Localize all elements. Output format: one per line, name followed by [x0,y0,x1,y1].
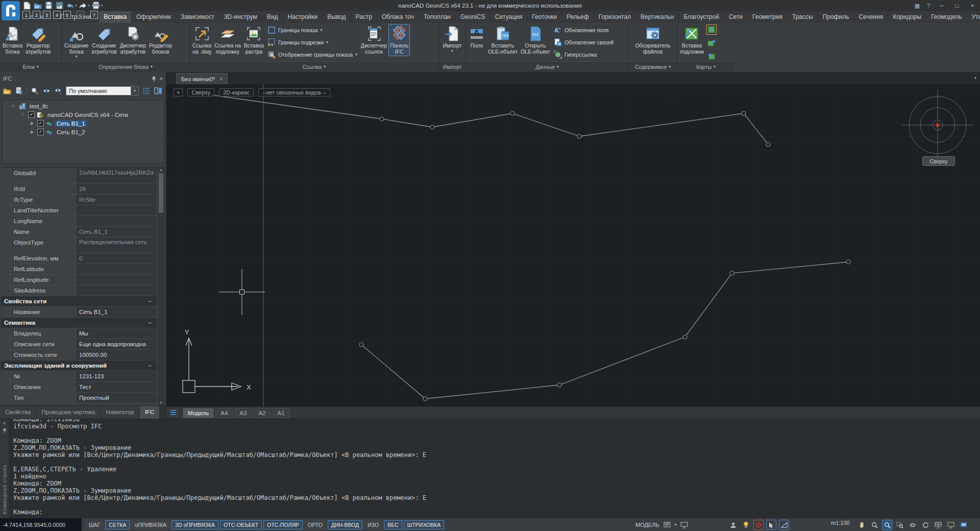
toggle-dyn-input[interactable]: ДИН-ВВОД [328,520,362,529]
tab-properties[interactable]: Свойства [0,406,37,419]
tab-trassy[interactable]: Трассы [788,11,818,23]
recording-indicator-icon[interactable] [753,520,764,530]
help-button[interactable]: ? [923,0,934,11]
tab-vstavka[interactable]: Вставка [99,11,132,23]
tab-rastr[interactable]: Растр [351,11,377,23]
property-row[interactable]: НазваниеСеть B1_1 [1,307,157,318]
network-node[interactable] [730,271,734,275]
property-row[interactable]: GlobalId2svNbLHbD17xasHja2RKZd [1,168,157,184]
tab-koridory[interactable]: Коридоры [888,11,926,23]
tab-drawing-explorer[interactable]: Проводник чертежа [37,406,101,419]
tree-item-network-b1-2[interactable]: ▶ ✓ Сеть B1_2 [3,128,163,136]
toggle-polar[interactable]: ОТС-ПОЛЯР [263,520,303,529]
table-icon[interactable]: ▦ [912,0,923,11]
minimize-button[interactable]: ─ [934,0,949,11]
tab-situaciya[interactable]: Ситуация [491,11,528,23]
toggle-lineweight[interactable]: ВЕС [384,520,402,529]
file-explorer-button[interactable]: Обозреватель файлов [633,24,672,56]
property-row[interactable]: ObjectTypeРаспределительная сеть [1,237,157,253]
cursor-coordinates[interactable]: -4.7414,158.9545,0.0000 [0,518,82,531]
network-node[interactable] [683,335,687,339]
checkbox-checked[interactable]: ✓ [37,129,44,135]
print-button[interactable] [91,1,101,10]
property-row[interactable]: ОписаниеТест [1,382,157,393]
tab-oblaka-tochek[interactable]: Облака точ [377,11,419,23]
viewport-view-control[interactable]: Сверху [187,88,214,96]
chevron-down-icon[interactable]: ▾ [675,523,677,527]
toggle-otrack[interactable]: ОТС-ОБЪЕКТ [220,520,262,529]
attribute-editor-button[interactable]: Редактор атрибутов [24,24,52,56]
insert-ole-button[interactable]: OLE Вставить OLE-объект [486,24,519,56]
view-compass[interactable] [902,89,973,161]
document-tab-close-icon[interactable]: × [220,76,223,82]
properties-scrollbar[interactable]: ▲ ▼ [157,168,165,405]
ribbon-group-data-footer[interactable]: Данные▾ [466,61,628,72]
redo-history-caret-icon[interactable]: ▾ [88,4,90,8]
open-file-button[interactable] [33,1,42,10]
paper-space-button[interactable] [662,520,672,530]
undo-history-caret-icon[interactable]: ▾ [75,4,77,8]
compass-view-label[interactable]: Сверху [922,156,955,166]
filter-select[interactable]: По умолчанию [66,86,131,95]
tab-geonics[interactable]: GeoniCS [456,11,491,23]
network-node[interactable] [742,111,746,115]
display-borders-button[interactable]: Отображение границы показа ▾ [267,49,357,60]
tree-expanded-icon[interactable]: ▷ [19,111,27,118]
qat-overflow-caret-icon[interactable]: ▾ [101,4,103,8]
tab-nastroyki[interactable]: Настройки [283,11,323,23]
tab-topoplan[interactable]: Топоплан [419,11,456,23]
tab-gorizontali[interactable]: Горизонтал [594,11,636,23]
scroll-down-icon[interactable]: ▼ [159,401,163,404]
open-ole-button[interactable]: OLE Открыть OLE-объект [519,24,552,56]
property-row[interactable]: IfcTypeIfcSite [1,195,157,205]
tree-item-networks-group[interactable]: ▷ ✓ nanoCAD GeoniCS x64 - Сети [3,110,163,119]
command-close-icon[interactable]: × [1,420,8,426]
ribbon-group-import-footer[interactable]: Импорт [439,61,465,72]
ribbon-group-block-definition-footer[interactable]: Определение блока▾ [62,61,189,72]
viewport-config-button[interactable] [933,520,943,530]
undo-button[interactable] [65,1,75,10]
xref-manager-button[interactable]: Диспетчер ссылок [359,24,388,56]
tab-vyvod[interactable]: Вывод [323,11,351,23]
underlay-reference-button[interactable]: Ссылка на подложку [213,24,242,56]
layout-tab-model[interactable]: Модель [183,408,214,418]
field-button[interactable]: A Поле [467,24,486,51]
tab-profil[interactable]: Профиль [818,11,854,23]
property-row[interactable]: LandTitleNumber [1,205,157,216]
pan-hand-button[interactable] [856,520,867,530]
clean-screen-button[interactable] [946,520,956,530]
layout-tab-a2[interactable]: A2 [253,408,271,418]
fullscreen-button[interactable] [959,520,969,530]
property-row[interactable]: RefElevation, мм0 [1,253,157,264]
property-row[interactable]: LongName [1,216,157,227]
model-canvas[interactable]: Y X + Сверху 2D-каркас --нет связанных в… [166,84,980,406]
zoom-window-button[interactable] [882,520,892,530]
tab-seti[interactable]: Сети [724,11,748,23]
regen-button[interactable] [920,520,930,530]
viewport-linked-views-control[interactable]: --нет связанных видов -- [258,88,330,96]
toggle-snap[interactable]: ШАГ [85,520,104,529]
collapse-icon[interactable]: − [148,298,152,304]
zoom-extents-button[interactable] [895,520,905,530]
network-node[interactable] [359,343,363,347]
block-editor-button[interactable]: Редактор блоков [148,24,174,56]
tab-relief[interactable]: Рельеф [562,11,594,23]
tab-blagoustroystvo[interactable]: Благоустрой [679,11,724,23]
property-row[interactable]: Стоимость сети100500.00 [1,350,157,360]
network-node[interactable] [510,111,514,115]
ifc-panel-close-icon[interactable]: × [160,76,163,82]
toggle-hatch[interactable]: ШТРИХОВКА [404,520,445,529]
command-history[interactable]: Команда: ifcview3d ifcview3d - Просмотр … [9,419,980,518]
ifc-panel-button[interactable]: Панель IFC [388,24,410,56]
property-section[interactable]: Свойства сети− [1,296,157,307]
pin-icon[interactable] [151,76,157,82]
annotation-scale[interactable]: m1:100 [831,520,850,526]
update-links-button[interactable]: Обновление связей [554,37,614,48]
map-tool-3-button[interactable] [706,51,717,61]
app-logo-icon[interactable] [2,1,20,20]
orbit-button[interactable] [908,520,918,530]
property-row[interactable]: RefLongitude [1,275,157,285]
tab-zavisimosti[interactable]: Зависимост [176,11,219,23]
collapse-icon[interactable]: − [148,320,152,326]
tree-columns-icon[interactable] [154,87,162,95]
